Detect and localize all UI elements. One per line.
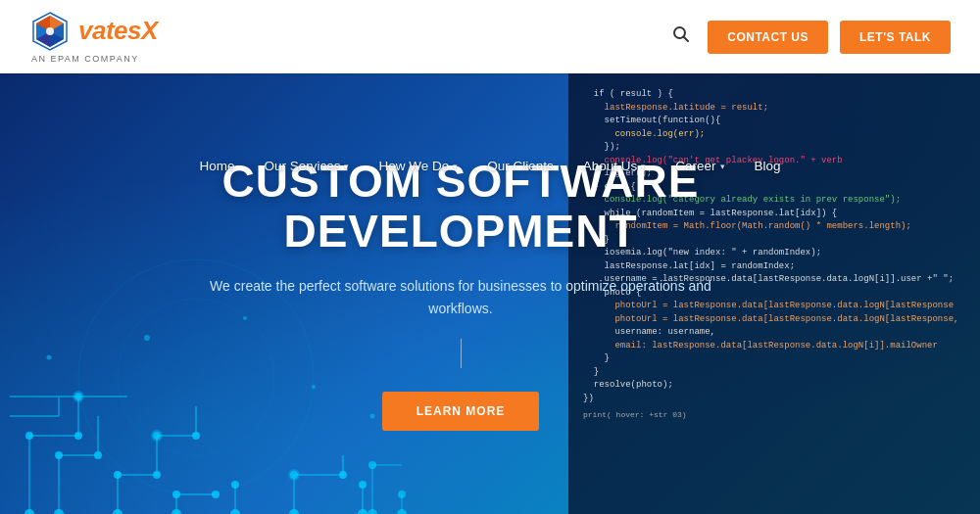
svg-point-61 — [47, 355, 52, 360]
nav-item-blog[interactable]: Blog — [755, 159, 781, 173]
svg-point-40 — [114, 471, 122, 479]
svg-point-35 — [25, 432, 33, 440]
svg-point-68 — [368, 461, 376, 469]
svg-point-51 — [54, 509, 64, 514]
logo-main: vates — [78, 16, 141, 45]
learn-more-button[interactable]: LEARN MORE — [382, 392, 540, 431]
svg-point-69 — [398, 491, 406, 498]
svg-point-43 — [192, 432, 200, 440]
logo-suffix: X — [141, 16, 158, 45]
svg-point-44 — [172, 491, 180, 498]
svg-point-38 — [55, 451, 63, 459]
logo-text: vatesX — [78, 16, 158, 46]
svg-point-41 — [153, 471, 161, 479]
svg-point-53 — [172, 509, 181, 514]
chevron-down-icon: ▾ — [344, 162, 349, 171]
search-icon — [672, 25, 690, 43]
chevron-down-icon: ▾ — [641, 162, 646, 171]
logo-subtitle: AN EPAM COMPANY — [29, 54, 158, 64]
svg-point-60 — [144, 335, 150, 341]
svg-point-36 — [74, 432, 82, 440]
svg-point-48 — [339, 471, 347, 479]
nav-item-how-we-do[interactable]: How We Do ▾ — [378, 159, 458, 173]
chevron-down-icon: ▾ — [720, 162, 725, 171]
svg-point-56 — [358, 509, 368, 514]
search-button[interactable] — [666, 20, 696, 54]
svg-point-8 — [46, 27, 54, 35]
hero-subtitle: We create the perfect software solutions… — [176, 275, 745, 319]
hero-section: if ( result ) { lastResponse.latitude = … — [0, 73, 980, 514]
nav-item-home[interactable]: Home — [199, 159, 234, 173]
header: vatesX AN EPAM COMPANY CONTACT US LET'S … — [0, 0, 980, 73]
svg-point-52 — [113, 509, 122, 514]
svg-point-58 — [151, 430, 163, 442]
svg-point-71 — [397, 509, 407, 514]
nav-item-about-us[interactable]: About Us ▾ — [583, 159, 647, 173]
svg-point-46 — [231, 481, 239, 489]
svg-point-59 — [288, 469, 300, 481]
chevron-down-icon: ▾ — [453, 162, 458, 171]
svg-point-49 — [359, 481, 367, 489]
hero-divider — [461, 339, 462, 368]
svg-point-50 — [24, 509, 34, 514]
nav-bar: Home Our Services ▾ How We Do ▾ Our Clie… — [0, 147, 980, 185]
logo-area: vatesX AN EPAM COMPANY — [29, 11, 158, 64]
hero-content: CUSTOM SOFTWARE DEVELOPMENT We create th… — [176, 157, 745, 431]
nav-item-our-clients[interactable]: Our Clients — [487, 159, 554, 173]
svg-line-10 — [684, 37, 689, 42]
svg-point-57 — [73, 391, 84, 402]
svg-point-70 — [368, 509, 377, 514]
logo-icon — [29, 11, 71, 52]
svg-point-45 — [212, 491, 220, 498]
svg-point-54 — [230, 509, 240, 514]
logo-row: vatesX — [29, 11, 158, 52]
svg-point-39 — [94, 451, 102, 459]
lets-talk-button[interactable]: LET'S TALK — [840, 21, 951, 54]
svg-point-55 — [289, 509, 299, 514]
header-right: CONTACT US LET'S TALK — [666, 20, 951, 54]
nav-item-our-services[interactable]: Our Services ▾ — [264, 159, 349, 173]
contact-us-button[interactable]: CONTACT US — [708, 21, 828, 54]
nav-item-career[interactable]: Career ▾ — [675, 159, 724, 173]
